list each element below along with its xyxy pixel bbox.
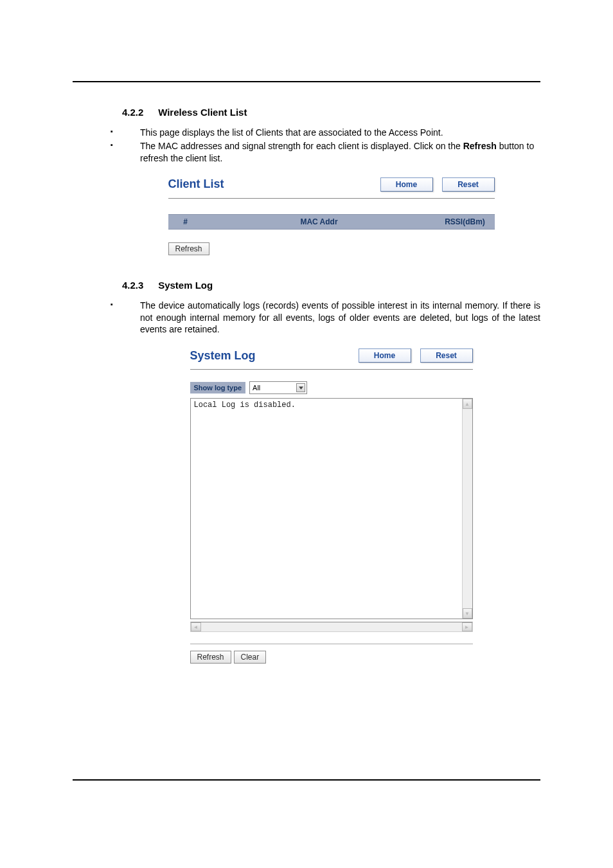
scroll-right-icon[interactable]: ► [462,622,472,631]
scroll-down-icon[interactable]: ▼ [463,608,472,619]
home-button[interactable]: Home [359,348,411,363]
refresh-button[interactable]: Refresh [168,242,209,255]
reset-button[interactable]: Reset [442,177,495,192]
log-textarea[interactable]: Local Log is disabled. ▲ ▼ [190,398,473,619]
home-button[interactable]: Home [380,177,433,192]
top-horizontal-rule [73,81,540,82]
show-log-type-label: Show log type [190,382,246,393]
bullet-423-0: The device automatically logs (records) … [122,300,540,336]
divider [190,644,473,644]
section-title: Wireless Client List [158,107,247,118]
clear-button[interactable]: Clear [234,651,267,664]
client-list-title: Client List [168,177,224,191]
col-num: # [168,214,203,229]
client-list-panel: Client List Home Reset # MAC Addr RSSI(d… [168,177,495,255]
scroll-left-icon[interactable]: ◄ [191,622,201,631]
log-content: Local Log is disabled. [191,399,472,411]
vertical-scrollbar[interactable]: ▲ ▼ [462,399,472,619]
section-number: 4.2.3 [122,280,155,291]
section-number: 4.2.2 [122,107,155,118]
horizontal-scrollbar[interactable]: ◄ ► [190,622,473,632]
reset-button[interactable]: Reset [420,348,473,363]
section-423-heading: 4.2.3 System Log [122,280,540,291]
col-mac: MAC Addr [203,214,436,229]
section-title: System Log [158,280,213,291]
chevron-down-icon [296,383,305,392]
svg-marker-0 [299,386,303,389]
bullet-422-1: The MAC addresses and signal strength fo… [122,140,540,165]
section-422-heading: 4.2.2 Wireless Client List [122,107,540,118]
col-rssi: RSSI(dBm) [436,214,495,229]
log-type-select[interactable]: All [249,381,307,394]
bullet-422-0: This page displays the list of Clients t… [122,127,540,139]
client-list-table: # MAC Addr RSSI(dBm) [168,214,495,230]
log-type-value: All [253,384,260,392]
scroll-up-icon[interactable]: ▲ [463,399,472,409]
refresh-button[interactable]: Refresh [190,651,231,664]
system-log-title: System Log [190,349,256,363]
system-log-panel: System Log Home Reset Show log type All … [190,348,473,664]
bottom-horizontal-rule [73,779,540,781]
